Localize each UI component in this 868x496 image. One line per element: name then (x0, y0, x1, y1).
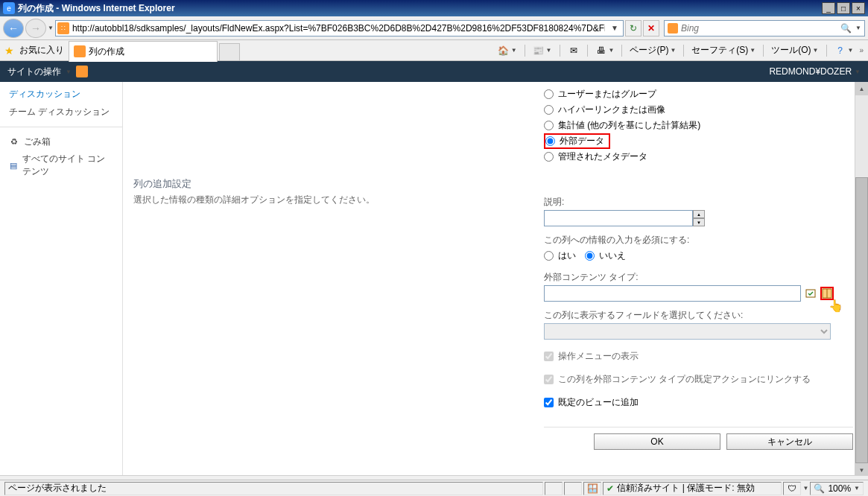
cursor-hand-icon: 👆 (829, 299, 843, 313)
desc-spin-down[interactable]: ▼ (693, 218, 705, 226)
page-favicon-icon: ∷ (57, 22, 69, 34)
section-heading: 列の追加設定 (133, 177, 522, 191)
status-slot-1 (545, 482, 563, 495)
window-titlebar: e 列の作成 - Windows Internet Explorer _ □ × (0, 0, 868, 16)
vertical-scrollbar[interactable]: ▲ ▼ (855, 82, 868, 477)
search-dropdown-icon[interactable]: ▼ (855, 25, 861, 31)
favorites-star-icon[interactable]: ★ (4, 45, 16, 57)
ect-label: 外部コンテンツ タイプ: (544, 271, 853, 284)
overflow-icon[interactable]: » (859, 46, 864, 54)
site-actions-menu[interactable]: サイトの操作 (7, 66, 61, 78)
status-slot-3[interactable]: 🛡 (783, 482, 801, 495)
description-input[interactable] (544, 210, 693, 226)
field-select[interactable] (544, 323, 831, 340)
feeds-button[interactable]: 📰▼ (533, 45, 552, 57)
link-default-action-checkbox[interactable]: この列を外部コンテンツ タイプの既定アクションにリンクする (544, 373, 853, 386)
back-button[interactable]: ← (3, 19, 24, 38)
mail-icon: ✉ (568, 45, 580, 57)
close-button[interactable]: × (852, 2, 865, 14)
cancel-button[interactable]: キャンセル (726, 433, 853, 450)
trusted-sites-icon: ✔ (606, 483, 614, 494)
radio-calculated[interactable]: 集計値 (他の列を基にした計算結果) (544, 118, 853, 133)
desc-spin-up[interactable]: ▲ (693, 210, 705, 218)
mail-button[interactable]: ✉ (568, 45, 580, 57)
search-icon[interactable]: 🔍 (839, 23, 852, 34)
nav-toolbar: ← → ▼ ∷ ▼ ↻ ✕ 🔍 ▼ (0, 16, 868, 40)
tools-menu[interactable]: ツール(O) ▼ (771, 44, 818, 57)
url-input[interactable] (69, 23, 608, 34)
zoom-icon: 🔍 (814, 483, 825, 494)
status-popup-indicator[interactable]: 🪟 (583, 482, 601, 495)
status-text: ページが表示されました (4, 482, 543, 495)
favorites-toolbar: ★ お気に入り 列の作成 🏠▼ 📰▼ ✉ 🖶▼ ページ(P) ▼ セーフティ(S… (0, 40, 868, 61)
home-button[interactable]: 🏠▼ (498, 45, 517, 57)
maximize-button[interactable]: □ (837, 2, 850, 14)
rss-icon: 📰 (533, 45, 545, 57)
sidebar-item-all-content[interactable]: ▤ すべてのサイト コンテンツ (0, 150, 122, 180)
status-slot-2 (564, 482, 582, 495)
radio-user-group[interactable]: ユーザーまたはグループ (544, 86, 853, 102)
home-icon: 🏠 (498, 45, 510, 57)
sidebar-item-team-discussion[interactable]: チーム ディスカッション (0, 104, 122, 121)
browser-tab[interactable]: 列の作成 (69, 41, 218, 62)
status-bar: ページが表示されました 🪟 ✔ 信頼済みサイト | 保護モード: 無効 🛡 ▼ … (0, 480, 868, 496)
history-dropdown-icon[interactable]: ▼ (48, 25, 54, 31)
stop-button[interactable]: ✕ (643, 20, 659, 36)
new-tab-button[interactable] (219, 43, 240, 61)
sidebar-item-recycle[interactable]: ♻ ごみ箱 (0, 133, 122, 150)
section-description: 選択した情報の種類の詳細オプションを指定してください。 (133, 194, 522, 206)
chevron-down-icon[interactable]: ▼ (802, 485, 808, 492)
document-icon: ▤ (9, 160, 18, 171)
recycle-bin-icon: ♻ (9, 137, 19, 147)
help-icon: ? (834, 45, 846, 57)
scroll-up-arrow[interactable]: ▲ (855, 82, 868, 95)
required-no[interactable]: いいえ (585, 248, 626, 264)
tab-title: 列の作成 (89, 45, 124, 58)
field-select-label: この列に表示するフィールドを選択してください: (544, 309, 853, 322)
security-zone[interactable]: ✔ 信頼済みサイト | 保護モード: 無効 (603, 482, 782, 495)
add-default-view-checkbox[interactable]: 既定のビューに追加 (544, 396, 853, 409)
chevron-down-icon: ▼ (66, 69, 72, 75)
required-label: この列への情報の入力を必須にする: (544, 234, 853, 247)
check-entity-icon (805, 287, 817, 299)
required-yes[interactable]: はい (544, 248, 576, 264)
favorites-label[interactable]: お気に入り (19, 44, 64, 57)
print-icon: 🖶 (595, 45, 607, 57)
page-menu[interactable]: ページ(P) ▼ (630, 44, 676, 57)
search-box[interactable]: 🔍 ▼ (664, 20, 865, 36)
chevron-down-icon: ▼ (855, 69, 861, 75)
bing-icon (668, 23, 678, 34)
quick-launch-sidebar: ディスカッション チーム ディスカッション ♻ ごみ箱 ▤ すべてのサイト コン… (0, 82, 123, 477)
user-menu[interactable]: REDMOND¥DOZER (769, 66, 852, 77)
radio-link-image[interactable]: ハイパーリンクまたは画像 (544, 102, 853, 118)
scroll-thumb[interactable] (855, 177, 868, 463)
radio-external-data[interactable]: 外部データ (544, 133, 610, 149)
refresh-button[interactable]: ↻ (625, 20, 642, 36)
address-bar[interactable]: ∷ ▼ (55, 20, 624, 36)
external-content-type-input[interactable] (544, 285, 801, 302)
radio-managed-metadata[interactable]: 管理されたメタデータ (544, 149, 853, 165)
search-input[interactable] (681, 23, 836, 34)
description-label: 説明: (544, 196, 853, 209)
minimize-button[interactable]: _ (822, 2, 835, 14)
ok-button[interactable]: OK (594, 433, 720, 450)
book-icon (822, 288, 832, 299)
sidebar-heading-discussion[interactable]: ディスカッション (0, 85, 122, 104)
sharepoint-ribbon: サイトの操作 ▼ REDMOND¥DOZER ▼ (0, 61, 868, 82)
safety-menu[interactable]: セーフティ(S) ▼ (691, 44, 755, 57)
navigate-up-icon[interactable] (76, 66, 88, 77)
forward-button[interactable]: → (25, 19, 46, 38)
tab-favicon-icon (74, 45, 86, 57)
print-button[interactable]: 🖶▼ (595, 45, 615, 57)
ie-icon: e (3, 2, 15, 14)
window-title: 列の作成 - Windows Internet Explorer (18, 2, 822, 15)
url-dropdown-icon[interactable]: ▼ (608, 22, 621, 35)
check-entity-button[interactable] (804, 287, 817, 300)
help-button[interactable]: ?▼ (834, 45, 854, 57)
show-menu-checkbox[interactable]: 操作メニューの表示 (544, 350, 853, 363)
zoom-control[interactable]: 🔍 100% ▼ (810, 482, 864, 495)
